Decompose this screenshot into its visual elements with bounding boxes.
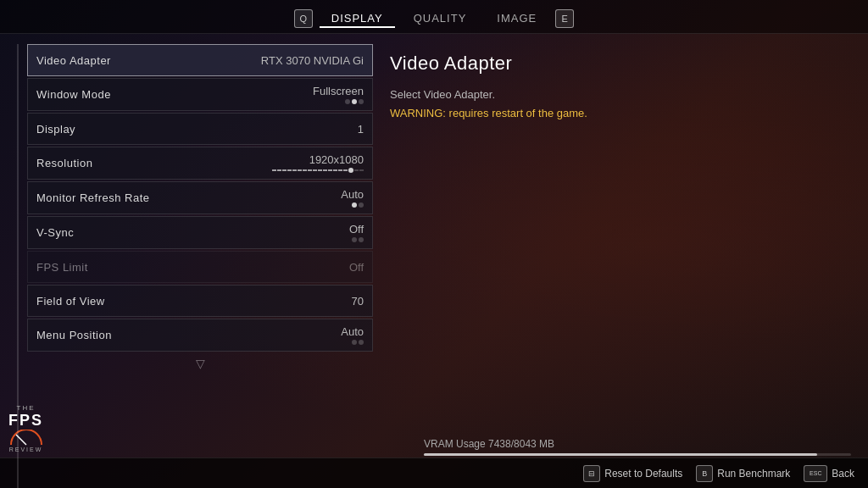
setting-label-display: Display [36,123,75,136]
setting-value-container: RTX 3070 NVIDIA Gi [261,54,364,67]
slider-segment [287,169,292,171]
settings-panel: Video Adapter RTX 3070 NVIDIA Gi Window … [17,44,373,488]
setting-label-fov: Field of View [36,295,105,308]
setting-value-window-mode: Fullscreen [313,85,364,97]
slider-segment [359,169,364,171]
slider-segment [323,169,327,171]
slider-segment [328,169,332,171]
dot [359,237,364,242]
dot [359,99,364,104]
scroll-indicator: ▽ [27,353,373,374]
setting-label-vsync: V-Sync [36,226,74,239]
top-navigation: Q DISPLAY QUALITY IMAGE E [0,0,868,34]
setting-value-container: Fullscreen [313,85,364,104]
slider-segment [343,169,348,171]
detail-warning: WARNING: requires restart of the game. [390,107,851,119]
nav-key-left: Q [294,9,313,28]
dot [359,340,364,345]
slider-segment [318,169,322,171]
slider-segment [313,169,317,171]
menu-position-dots [352,340,364,345]
dot [359,202,364,208]
slider-segment [303,169,307,171]
slider-segment [354,169,359,171]
setting-value-display: 1 [358,123,364,136]
dot [352,237,357,242]
setting-value-container: 1920x1080 [272,153,364,173]
setting-value-container: Off [349,223,364,242]
slider-segment [292,169,297,171]
setting-value-resolution: 1920x1080 [309,153,364,166]
setting-value-fov: 70 [352,295,364,308]
setting-label-monitor-refresh: Monitor Refresh Rate [36,191,150,204]
setting-resolution[interactable]: Resolution 1920x1080 [27,147,373,180]
slider-segment [333,169,337,171]
slider-segment [298,169,302,171]
setting-value-container: 1 [358,123,364,136]
setting-value-vsync: Off [349,223,364,236]
slider-segment [277,169,281,171]
setting-value-container: Auto [341,188,364,208]
setting-label-fps-limit: FPS Limit [36,261,88,274]
detail-panel: Video Adapter Select Video Adapter. WARN… [390,44,851,488]
dot [352,340,357,345]
setting-label-menu-pos: Menu Position [36,329,112,341]
setting-label-window-mode: Window Mode [36,88,111,101]
setting-video-adapter[interactable]: Video Adapter RTX 3070 NVIDIA Gi [27,44,373,76]
slider-segment [338,169,342,171]
setting-value-fps-limit: Off [349,261,364,274]
dot-active [352,99,357,104]
setting-value-monitor-refresh: Auto [341,188,364,201]
monitor-refresh-dots [352,202,364,208]
tab-quality[interactable]: QUALITY [402,8,479,28]
slider-segment [272,169,276,171]
setting-value-container: Off [349,261,364,274]
main-content: Q DISPLAY QUALITY IMAGE E Video Adapter … [0,0,868,488]
setting-display[interactable]: Display 1 [27,113,373,145]
tab-image[interactable]: IMAGE [485,8,548,28]
setting-label-resolution: Resolution [36,157,92,169]
setting-value-container: 70 [352,295,364,308]
setting-field-of-view[interactable]: Field of View 70 [27,285,373,317]
window-mode-dots [345,99,364,104]
slider-thumb [348,168,353,173]
setting-menu-position[interactable]: Menu Position Auto [27,319,373,352]
dot [345,99,350,104]
nav-key-right: E [555,9,574,28]
main-area: Video Adapter RTX 3070 NVIDIA Gi Window … [0,34,868,488]
setting-value-menu-pos: Auto [341,325,364,338]
setting-monitor-refresh[interactable]: Monitor Refresh Rate Auto [27,181,373,214]
setting-vsync[interactable]: V-Sync Off [27,216,373,249]
tab-display[interactable]: DISPLAY [320,8,395,28]
detail-description: Select Video Adapter. [390,86,851,103]
setting-label-video-adapter: Video Adapter [36,54,111,67]
slider-segment [282,169,287,171]
setting-value-container: Auto [341,325,364,345]
vsync-dots [352,237,364,242]
setting-fps-limit[interactable]: FPS Limit Off [27,251,373,283]
resolution-slider [272,168,364,173]
dot-active [352,202,357,208]
setting-window-mode[interactable]: Window Mode Fullscreen [27,78,373,111]
setting-value-video-adapter: RTX 3070 NVIDIA Gi [261,54,364,67]
slider-segment [308,169,312,171]
detail-title: Video Adapter [390,53,851,75]
